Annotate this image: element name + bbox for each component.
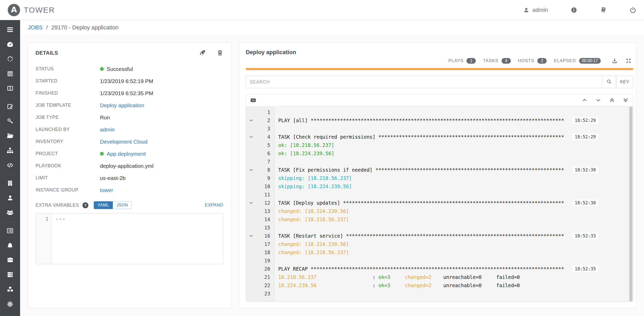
sidebar-item-users[interactable] [0, 191, 20, 206]
log-line-number[interactable]: 7 [256, 157, 270, 166]
log-line-number[interactable]: 1 [256, 108, 270, 116]
sidebar-item-inventory-scripts[interactable] [0, 158, 20, 173]
delete-trash-icon[interactable] [217, 49, 223, 56]
log-line-number[interactable]: 15 [256, 223, 270, 232]
list-icon [6, 227, 14, 235]
breadcrumb-jobs-link[interactable]: JOBS [28, 24, 43, 31]
log-line: 7 [246, 157, 633, 166]
collapse-chevron-icon[interactable] [246, 169, 256, 171]
instance-group-link[interactable]: tower [100, 187, 113, 193]
inventory-link[interactable]: Development Cloud [100, 139, 147, 145]
sidebar-item-management-jobs[interactable] [0, 253, 20, 268]
chevron-down-button[interactable] [596, 97, 601, 103]
sidebar-item-applications[interactable] [0, 282, 20, 297]
detail-label: STARTED [36, 78, 100, 84]
log-line-number[interactable]: 22 [256, 281, 270, 289]
detail-label: FINISHED [36, 90, 100, 96]
current-user-menu[interactable]: admin [523, 7, 548, 13]
collapse-chevron-icon[interactable] [246, 119, 256, 122]
expand-fullscreen-icon[interactable] [625, 58, 632, 64]
yaml-toggle-button[interactable]: YAML [94, 201, 113, 209]
log-line: 15 [246, 223, 633, 232]
log-line-number[interactable]: 18 [256, 248, 270, 256]
sidebar-item-credential-types[interactable] [0, 224, 20, 238]
log-line-number[interactable]: 9 [256, 174, 270, 182]
log-line-number[interactable]: 4 [256, 133, 270, 141]
chevron-up-button[interactable] [582, 97, 587, 103]
log-line: 20PLAY RECAP ***************************… [246, 265, 633, 273]
search-input[interactable] [246, 76, 602, 88]
log-line-number[interactable]: 10 [256, 182, 270, 190]
sidebar-item-menu[interactable] [0, 23, 20, 37]
left-nav-sidebar [0, 20, 20, 316]
log-line-text [275, 223, 633, 232]
sidebar-item-projects[interactable] [0, 129, 20, 144]
download-output-icon[interactable] [612, 58, 618, 64]
log-line-number[interactable]: 19 [256, 256, 270, 265]
sidebar-item-inventories[interactable] [0, 144, 20, 158]
about-info-icon[interactable] [571, 7, 577, 13]
log-line-number[interactable]: 11 [256, 190, 270, 199]
key-legend-button[interactable]: KEY [616, 76, 633, 88]
expand-variables-link[interactable]: EXPAND [205, 203, 223, 208]
sidebar-item-organizations[interactable] [0, 176, 20, 191]
log-line-number[interactable]: 16 [256, 232, 270, 240]
documentation-book-icon[interactable] [600, 6, 607, 13]
log-scrollbar-thumb[interactable] [629, 107, 632, 301]
log-line-number[interactable]: 2 [256, 116, 270, 124]
sidebar-item-settings[interactable] [0, 297, 20, 312]
log-line-number[interactable]: 23 [256, 289, 270, 298]
log-line-number[interactable]: 14 [256, 215, 270, 223]
log-line-number[interactable]: 5 [256, 141, 270, 149]
sidebar-item-notifications[interactable] [0, 238, 20, 253]
log-line-text: skipping: [18.224.239.56] [275, 182, 633, 190]
log-line: 2218.224.239.56 : ok=3 changed=2 unreach… [246, 281, 633, 289]
job-status-progress-bar [246, 68, 633, 70]
logo-letter: A [11, 5, 17, 14]
detail-row-limit: LIMIT us-east-2b [36, 172, 223, 184]
collapse-all-button[interactable] [251, 98, 256, 102]
help-icon[interactable]: ? [82, 202, 88, 208]
double-chevron-up-button[interactable] [609, 97, 615, 103]
detail-row-instance-group: INSTANCE GROUP tower [36, 184, 223, 196]
logout-power-icon[interactable] [630, 7, 636, 13]
sidebar-item-credentials[interactable] [0, 114, 20, 129]
log-line-text: PLAY [all] *****************************… [275, 116, 633, 124]
collapse-chevron-icon[interactable] [246, 202, 256, 204]
collapse-chevron-icon[interactable] [246, 136, 256, 138]
log-line-number[interactable]: 13 [256, 207, 270, 215]
log-line: 18changed: [18.218.56.237] [246, 248, 633, 256]
extra-variables-editor[interactable]: 1 --- [36, 213, 223, 264]
job-template-link[interactable]: Deploy application [100, 102, 144, 109]
launched-by-link[interactable]: admin [100, 127, 115, 133]
sidebar-item-portal-mode[interactable] [0, 81, 20, 96]
sidebar-item-templates[interactable] [0, 99, 20, 114]
collapse-chevron-icon[interactable] [246, 235, 256, 237]
double-chevron-down-button[interactable] [623, 97, 628, 103]
sidebar-item-dashboard[interactable] [0, 37, 20, 52]
log-line: 6ok: [18.224.239.56] [246, 149, 633, 157]
sidebar-item-schedules[interactable] [0, 67, 20, 81]
log-line-text [275, 124, 633, 133]
log-line-number[interactable]: 6 [256, 149, 270, 157]
log-line-number[interactable]: 21 [256, 273, 270, 281]
detail-label: STATUS [36, 66, 100, 72]
log-line-number[interactable]: 3 [256, 124, 270, 133]
log-scrollbar-track[interactable] [629, 107, 633, 301]
log-line-number[interactable]: 17 [256, 240, 270, 248]
job-output-log[interactable]: 12PLAY [all] ***************************… [246, 106, 633, 302]
sidebar-item-instance-groups[interactable] [0, 268, 20, 282]
search-submit-button[interactable] [602, 76, 616, 88]
log-line-number[interactable]: 20 [256, 265, 270, 273]
log-line: 19 [246, 256, 633, 265]
relaunch-rocket-icon[interactable] [199, 49, 206, 56]
json-toggle-button[interactable]: JSON [113, 201, 132, 209]
project-link[interactable]: App deployment [107, 151, 146, 157]
detail-label: JOB TYPE [36, 115, 100, 120]
log-line-number[interactable]: 12 [256, 199, 270, 207]
sidebar-item-jobs[interactable] [0, 52, 20, 67]
sidebar-item-teams[interactable] [0, 206, 20, 220]
log-line-number[interactable]: 8 [256, 166, 270, 174]
ansible-tower-logo-icon[interactable]: A [8, 4, 20, 16]
log-line-text: ok: [18.224.239.56] [275, 149, 633, 157]
